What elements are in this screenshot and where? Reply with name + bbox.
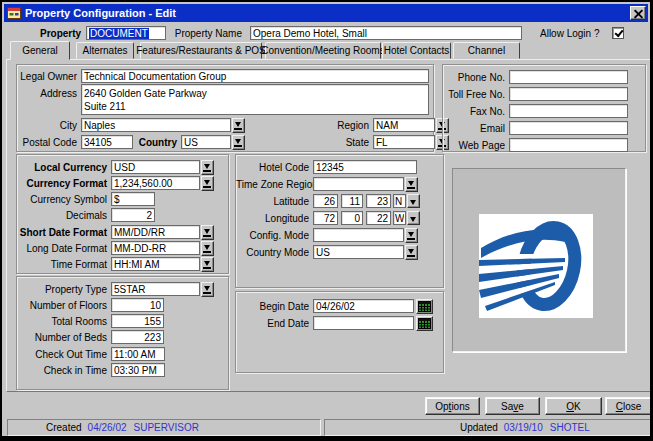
tab-alternates[interactable]: Alternates [76,42,134,59]
local-currency-dropdown-icon[interactable] [201,160,214,175]
config-mode-input[interactable] [313,228,404,242]
begin-date-label: Begin Date [236,301,313,312]
end-date-input[interactable] [313,316,414,330]
end-date-label: End Date [236,318,313,329]
region-input[interactable] [373,118,435,132]
begin-date-input[interactable] [313,299,414,313]
longitude-seconds-input[interactable] [366,211,391,225]
check-out-time-input[interactable] [111,347,165,361]
city-label: City [17,120,81,131]
address-line1: 2640 Golden Gate Parkway [84,87,426,100]
hotel-code-group: Hotel Code Time Zone Region Latitude Lon… [235,154,444,288]
email-input[interactable] [509,121,628,135]
created-user: SUPERVISOR [134,422,199,433]
config-mode-dropdown-icon[interactable] [405,228,418,243]
local-currency-input[interactable] [111,160,200,174]
tab-features-restaurants-pos[interactable]: Features/Restaurants & POS [140,42,262,59]
tab-channel[interactable]: Channel [453,42,520,59]
number-of-beds-label: Number of Beds [17,332,111,343]
currency-group: Local Currency Currency Format Currency … [16,154,229,274]
city-input[interactable] [81,118,231,132]
end-date-calendar-icon[interactable] [416,316,433,331]
property-label: Property [40,28,85,39]
latitude-direction-dropdown-icon[interactable] [407,194,420,208]
country-mode-dropdown-icon[interactable] [405,245,418,260]
short-date-format-label: Short Date Format [17,227,111,238]
check-in-time-input[interactable] [111,363,165,377]
long-date-format-input[interactable] [111,241,200,255]
city-dropdown-icon[interactable] [232,118,245,133]
toll-free-no-label: Toll Free No. [443,89,509,100]
longitude-direction-dropdown-icon[interactable] [407,211,420,225]
property-type-dropdown-icon[interactable] [201,282,214,297]
address-input[interactable]: 2640 Golden Gate Parkway Suite 211 [81,84,429,115]
updated-user: SHOTEL [550,422,590,433]
time-format-input[interactable] [111,257,200,271]
property-configuration-window: Property Configuration - Edit Property D… [0,0,653,441]
header-row: Property DOCUMENT Property Name Allow Lo… [2,26,653,42]
long-date-format-label: Long Date Format [17,243,111,254]
longitude-degrees-input[interactable] [313,211,338,225]
country-mode-input[interactable] [313,245,404,259]
region-label: Region [301,120,373,131]
close-button[interactable] [630,6,646,20]
phone-no-input[interactable] [509,70,628,84]
save-button[interactable]: Save [485,397,540,415]
close-icon [634,9,643,18]
number-of-floors-input[interactable] [111,298,164,312]
updated-date: 03/19/10 [504,422,543,433]
ok-button[interactable]: OK [545,397,602,415]
titlebar[interactable]: Property Configuration - Edit [4,4,648,22]
updated-label: Updated [460,422,498,433]
currency-symbol-label: Currency Symbol [17,194,111,205]
latitude-minutes-input[interactable] [341,194,363,208]
fax-no-label: Fax No. [443,106,509,117]
country-dropdown-icon[interactable] [232,135,245,150]
time-zone-region-dropdown-icon[interactable] [405,177,418,192]
long-date-format-dropdown-icon[interactable] [201,241,214,256]
property-type-input[interactable] [111,282,200,296]
country-mode-label: Country Mode [236,247,313,258]
fax-no-input[interactable] [509,104,628,118]
created-date: 04/26/02 [88,422,127,433]
latitude-seconds-input[interactable] [366,194,391,208]
latitude-label: Latitude [236,196,313,207]
longitude-direction-input[interactable] [393,211,406,225]
property-name-input[interactable] [250,26,522,40]
currency-format-dropdown-icon[interactable] [201,176,214,191]
number-of-beds-input[interactable] [111,330,164,344]
tab-hotel-contacts[interactable]: Hotel Contacts [382,42,451,59]
latitude-degrees-input[interactable] [313,194,338,208]
tab-general[interactable]: General [10,41,70,60]
total-rooms-input[interactable] [111,314,164,328]
options-button[interactable]: Options [425,397,480,415]
short-date-format-dropdown-icon[interactable] [201,225,214,240]
short-date-format-input[interactable] [111,225,200,239]
country-input[interactable] [181,135,231,149]
close-button-footer[interactable]: Close [605,397,652,415]
property-details-group: Property Type Number of Floors Total Roo… [16,276,229,390]
property-input[interactable]: DOCUMENT [86,26,166,40]
allow-login-checkbox[interactable] [612,27,624,39]
begin-date-calendar-icon[interactable] [416,299,433,314]
state-label: State [301,137,373,148]
address-line2: Suite 211 [84,100,426,113]
hotel-code-input[interactable] [313,160,417,174]
legal-owner-label: Legal Owner [17,71,81,82]
decimals-input[interactable] [111,208,155,222]
currency-symbol-input[interactable] [111,192,155,206]
toll-free-no-input[interactable] [509,87,628,101]
currency-format-input[interactable] [111,176,200,190]
legal-owner-input[interactable] [81,69,429,83]
tab-convention-meeting-rooms[interactable]: Convention/Meeting Rooms [265,42,381,59]
email-label: Email [443,123,509,134]
latitude-direction-input[interactable] [393,194,406,208]
longitude-label: Longitude [236,213,313,224]
config-mode-label: Config. Mode [236,230,313,241]
postal-code-input[interactable] [81,135,133,149]
state-input[interactable] [373,135,435,149]
longitude-minutes-input[interactable] [341,211,363,225]
web-page-input[interactable] [509,138,628,152]
time-zone-region-input[interactable] [313,177,404,191]
time-format-dropdown-icon[interactable] [201,257,214,272]
